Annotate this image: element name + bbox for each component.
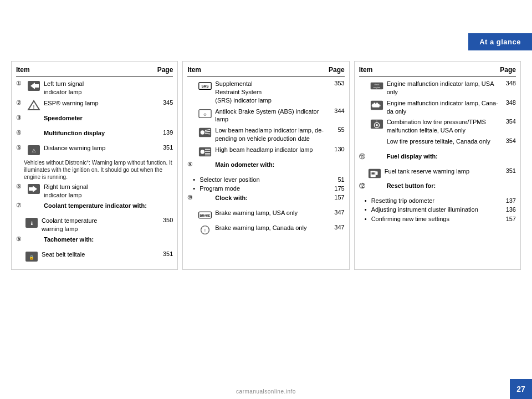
no-icon — [26, 236, 42, 248]
tpms-icon: ! — [369, 118, 385, 130]
list-item: ⊙ Antilock Brake Sys­tem (ABS) indicator… — [187, 108, 344, 124]
svg-rect-48 — [371, 172, 375, 175]
column-1: Item Page ① Left turn signalindicator la… — [11, 61, 178, 270]
item-label: Engine malfunction indicator lamp, Cana­… — [387, 99, 498, 116]
list-item: check engine Engine malfunction in­dicat… — [359, 80, 516, 96]
item-label: Fuel tank reserve warning lamp — [385, 167, 498, 176]
watermark: carmanualsonline.info — [236, 388, 296, 395]
item-label: Antilock Brake Sys­tem (ABS) indicator l… — [215, 108, 326, 124]
arrow-right-icon — [26, 183, 42, 195]
item-number: ② — [16, 99, 24, 106]
list-item: • Confirming new time settings 157 — [359, 215, 516, 223]
item-label: SupplementalRestraint System(SRS) indica… — [215, 80, 326, 105]
warning-triangle-icon: ! — [26, 99, 42, 111]
svg-text:⊙: ⊙ — [203, 112, 207, 116]
item-label: Coolant temperaturewarning lamp — [42, 217, 155, 233]
svg-point-24 — [201, 150, 204, 154]
brake-circle-icon: ! — [197, 224, 213, 236]
coolant-icon: 🌡 — [24, 217, 39, 229]
column-3: Item Page check engine Engine malfunctio… — [354, 61, 521, 270]
svg-rect-39 — [379, 105, 380, 106]
item-number: ① — [16, 80, 24, 87]
low-beam-icon — [197, 126, 213, 139]
bullet: • — [193, 176, 197, 183]
list-item: 🌡 Coolant temperaturewarning lamp 350 — [16, 217, 173, 233]
svg-text:!: ! — [33, 104, 35, 110]
col1-header-item: Item — [16, 66, 30, 74]
no-icon — [369, 152, 385, 165]
item-label: Low beam headlamp indicator lamp, de­pen… — [215, 126, 326, 143]
svg-rect-49 — [376, 171, 378, 175]
item-page: 351 — [157, 250, 173, 257]
item-label: Distance warning lamp — [44, 144, 155, 152]
svg-rect-37 — [372, 104, 379, 107]
item-label: Right turn signalindicator lamp — [44, 183, 155, 200]
high-beam-icon — [197, 146, 213, 158]
item-number: ⑤ — [16, 144, 24, 151]
list-item: ⑧ Tachometer with: — [16, 236, 173, 248]
bullet: • — [365, 197, 369, 204]
no-icon — [197, 194, 213, 206]
item-label: Resetting trip odometer — [371, 197, 498, 204]
list-item: Low beam headlamp indicator lamp, de­pen… — [187, 126, 344, 143]
no-icon — [369, 182, 385, 194]
item-label: Speedometer — [44, 114, 155, 122]
item-label: Low tire pressure telltale, Canada only — [387, 137, 498, 146]
list-item: • Resetting trip odometer 137 — [359, 197, 516, 204]
brake-text-icon: BRAKE — [197, 209, 213, 221]
main-content: Item Page ① Left turn signalindicator la… — [11, 61, 521, 270]
check-engine-icon: check engine — [369, 80, 385, 92]
list-item: ⑨ Main odometer with: — [187, 161, 344, 173]
list-item: 🔒 Seat belt telltale 351 — [16, 250, 173, 263]
list-item: Engine malfunction indicator lamp, Cana­… — [359, 99, 516, 116]
bullet: • — [365, 215, 369, 223]
svg-text:BRAKE: BRAKE — [200, 213, 211, 217]
item-label: Seat belt telltale — [42, 250, 155, 259]
item-label: Brake warning lamp, USA only — [215, 209, 326, 217]
item-number: ⑫ — [359, 182, 367, 190]
svg-text:check: check — [374, 84, 379, 86]
note-text: Vehicles without Distronic*: Warning lam… — [16, 159, 173, 181]
svg-rect-38 — [371, 105, 372, 106]
list-item: ③ Speedometer — [16, 114, 173, 126]
item-page: 350 — [157, 217, 173, 223]
list-item: ⑥ Right turn signalindicator lamp — [16, 183, 173, 200]
col2-header: Item Page — [187, 66, 344, 76]
list-item: ⑫ Reset button for: — [359, 182, 516, 194]
item-number: ④ — [16, 129, 24, 136]
seatbelt-icon: 🔒 — [24, 250, 39, 263]
item-page: 348 — [500, 80, 516, 86]
no-icon — [26, 202, 42, 214]
item-label: Left turn signalindicator lamp — [44, 80, 155, 96]
svg-text:engine: engine — [373, 86, 380, 89]
item-page: 354 — [500, 137, 516, 144]
item-label: Fuel display with: — [387, 152, 498, 161]
arrow-left-icon — [26, 80, 42, 92]
item-page: 348 — [500, 99, 516, 106]
item-label: Main odometer with: — [215, 161, 326, 169]
svg-point-19 — [201, 131, 204, 135]
svg-line-21 — [205, 131, 210, 132]
srs-icon: SRS — [197, 80, 213, 92]
item-page: 130 — [329, 146, 345, 152]
item-page: 351 — [157, 144, 173, 151]
item-number: ③ — [16, 114, 24, 121]
item-page: 345 — [157, 99, 173, 106]
list-item: ④ Multifunction display 139 — [16, 129, 173, 141]
item-number: ⑦ — [16, 202, 24, 209]
item-page: 157 — [329, 194, 345, 201]
no-icon — [369, 137, 385, 150]
bullet: • — [365, 206, 369, 213]
page-number: 27 — [510, 379, 532, 399]
item-label: Tachometer with: — [44, 236, 155, 244]
item-number: ⑨ — [187, 161, 195, 168]
item-number: ⑪ — [359, 152, 367, 161]
list-item: ② ! ESP® warning lamp 345 — [16, 99, 173, 111]
item-label: Selector lever position — [200, 176, 326, 183]
list-item: • Program mode 175 — [187, 185, 344, 192]
col3-header: Item Page — [359, 66, 516, 76]
col2-header-page: Page — [329, 66, 345, 74]
item-label: Multifunction display — [44, 129, 155, 137]
list-item: ⑤ ⚠ Distance warning lamp 351 — [16, 144, 173, 156]
abs-icon: ⊙ — [197, 108, 213, 120]
